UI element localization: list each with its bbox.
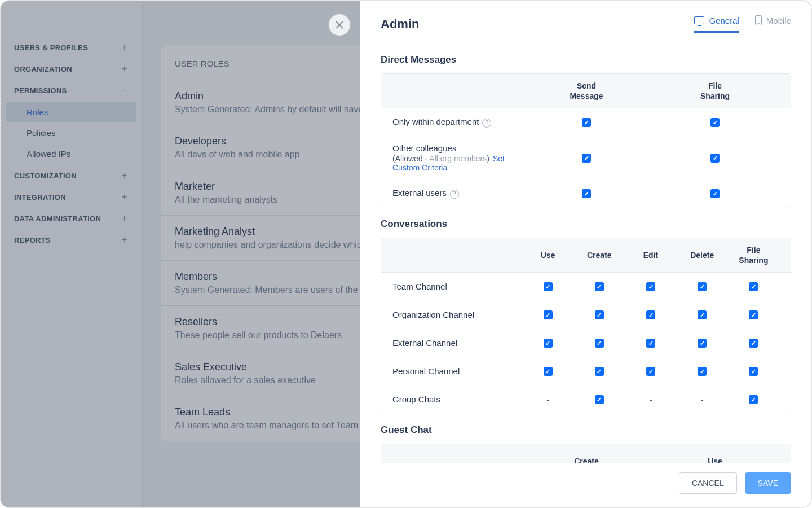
checkbox[interactable] — [595, 339, 604, 348]
checkbox[interactable] — [646, 310, 655, 319]
col-header: Use — [522, 250, 573, 260]
tab-general[interactable]: General — [694, 15, 739, 33]
checkbox[interactable] — [582, 154, 591, 163]
not-applicable: - — [677, 395, 728, 404]
checkbox[interactable] — [582, 118, 591, 127]
plus-icon: + — [122, 170, 129, 181]
sidebar-item-allowed-ips[interactable]: Allowed IPs — [6, 144, 136, 164]
col-header: Use — [651, 456, 779, 463]
sidebar: USERS & PROFILES+ORGANIZATION+PERMISSION… — [1, 1, 143, 507]
table-body: Team ChannelOrganization ChannelExternal… — [381, 273, 791, 414]
table-header: SendMessageFileSharing — [381, 74, 791, 108]
checkbox[interactable] — [595, 395, 604, 404]
checkbox[interactable] — [544, 367, 553, 376]
table-row: Group Chats--- — [381, 386, 791, 414]
help-icon[interactable]: ? — [482, 119, 491, 128]
section-title: Conversations — [381, 218, 791, 230]
permissions-table: CreateUse — [381, 444, 791, 463]
not-applicable: - — [625, 395, 676, 404]
cancel-button[interactable]: CANCEL — [679, 472, 737, 494]
table-header: UseCreateEditDeleteFileSharing — [381, 238, 791, 273]
checkbox[interactable] — [646, 282, 655, 291]
checkbox[interactable] — [749, 282, 758, 291]
sidebar-section-users-profiles[interactable]: USERS & PROFILES+ — [1, 37, 142, 58]
col-header: Delete — [677, 250, 728, 260]
checkbox[interactable] — [710, 189, 720, 198]
row-label: External users? — [392, 181, 522, 205]
checkbox[interactable] — [698, 339, 707, 348]
drawer-title: Admin — [381, 17, 419, 32]
checkbox[interactable] — [749, 367, 758, 376]
minus-icon: − — [122, 85, 129, 95]
table-body: Only within department?Other colleagues(… — [381, 108, 791, 208]
table-row: Organization Channel — [381, 301, 791, 329]
checkbox[interactable] — [595, 282, 604, 291]
table-row: Other colleagues(Allowed - All org membe… — [381, 137, 791, 179]
mobile-icon — [755, 15, 762, 25]
table-row: Team Channel — [381, 273, 791, 301]
drawer-footer: CANCEL SAVE — [360, 463, 811, 507]
checkbox[interactable] — [698, 310, 707, 319]
checkbox[interactable] — [544, 310, 553, 319]
section-title: Direct Messages — [381, 54, 791, 65]
close-icon — [336, 21, 343, 29]
plus-icon: + — [122, 64, 129, 74]
checkbox[interactable] — [749, 310, 758, 319]
col-header: Create — [573, 250, 625, 260]
drawer-header: Admin GeneralMobile — [360, 1, 811, 38]
checkbox[interactable] — [749, 395, 758, 404]
checkbox[interactable] — [646, 367, 655, 376]
sidebar-section-customization[interactable]: CUSTOMIZATION+ — [1, 165, 142, 186]
table-row: Personal Channel — [381, 357, 791, 386]
checkbox[interactable] — [698, 367, 707, 376]
checkbox[interactable] — [544, 339, 553, 348]
sidebar-section-organization[interactable]: ORGANIZATION+ — [1, 58, 142, 80]
checkbox[interactable] — [749, 339, 758, 348]
not-applicable: - — [522, 395, 573, 404]
checkbox[interactable] — [595, 310, 604, 319]
permissions-table: UseCreateEditDeleteFileSharingTeam Chann… — [381, 238, 791, 414]
table-row: External Channel — [381, 329, 791, 357]
checkbox[interactable] — [595, 367, 604, 376]
checkbox[interactable] — [544, 282, 553, 291]
row-label: Other colleagues(Allowed - All org membe… — [392, 137, 522, 179]
desktop-icon — [694, 16, 704, 24]
sidebar-item-roles[interactable]: Roles — [6, 102, 136, 122]
help-icon[interactable]: ? — [450, 190, 459, 199]
row-label: External Channel — [392, 331, 522, 354]
table-row: Only within department? — [381, 108, 791, 137]
sidebar-section-reports[interactable]: REPORTS+ — [1, 229, 142, 251]
col-header: SendMessage — [522, 81, 651, 101]
permissions-table: SendMessageFileSharingOnly within depart… — [381, 73, 791, 208]
sidebar-section-data-administration[interactable]: DATA ADMINISTRATION+ — [1, 208, 142, 229]
tab-mobile[interactable]: Mobile — [755, 15, 791, 33]
checkbox[interactable] — [710, 154, 720, 163]
row-subtext: (Allowed - All org members)Set Custom Cr… — [392, 154, 522, 172]
sidebar-section-permissions[interactable]: PERMISSIONS− — [1, 80, 142, 101]
drawer-tabs: GeneralMobile — [694, 15, 791, 33]
checkbox[interactable] — [582, 189, 591, 198]
plus-icon: + — [122, 213, 129, 224]
col-header: Edit — [625, 250, 676, 260]
save-button[interactable]: SAVE — [745, 472, 791, 494]
role-drawer: Admin GeneralMobile Direct MessagesSendM… — [360, 1, 811, 507]
sidebar-section-integration[interactable]: INTEGRATION+ — [1, 186, 142, 208]
checkbox[interactable] — [646, 339, 655, 348]
close-button[interactable] — [329, 14, 350, 36]
col-header: FileSharing — [728, 245, 779, 265]
table-row: External users? — [381, 179, 791, 208]
plus-icon: + — [122, 42, 129, 52]
section-title: Guest Chat — [381, 424, 791, 436]
plus-icon: + — [122, 192, 129, 202]
checkbox[interactable] — [698, 282, 707, 291]
sidebar-item-policies[interactable]: Policies — [6, 123, 136, 143]
row-label: Personal Channel — [392, 360, 522, 383]
drawer-body[interactable]: Direct MessagesSendMessageFileSharingOnl… — [360, 38, 811, 463]
row-label: Organization Channel — [392, 303, 522, 326]
row-label: Team Channel — [392, 275, 522, 298]
table-header: CreateUse — [381, 444, 791, 463]
col-header: FileSharing — [651, 81, 779, 101]
checkbox[interactable] — [710, 118, 720, 127]
plus-icon: + — [122, 235, 129, 245]
col-header: Create — [522, 456, 651, 463]
